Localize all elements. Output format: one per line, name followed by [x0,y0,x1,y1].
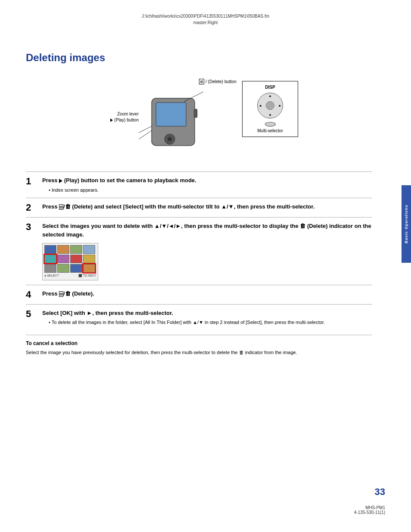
svg-rect-2 [194,109,197,118]
delete-icon-step2: ⊞ [59,204,63,210]
dpad-circle: ▲ ▼ ◄ ► [257,93,283,118]
camera-diagram: ⊞ / (Delete) button [91,77,307,159]
grid-footer: ● SELECT ⬛ TO NEXT [44,274,96,278]
delete-icon-step4: ⊞ [59,291,63,297]
step-3-main-text: Select the images you want to delete wit… [42,223,371,238]
file-path-header: J:\ichihashi\works\cx20300\PDF\413553011… [0,0,411,26]
step-4-content: Press ⊞/🗑 (Delete). [42,289,372,298]
disp-label: DISP [265,85,275,90]
dpad-right-arrow: ► [278,104,282,108]
grid-cell-1-2 [57,245,69,254]
step-5-main-text: Select [OK] with ►, then press the multi… [42,310,173,316]
trash-icon-step3: 🗑 [300,223,305,229]
grid-cell-2-1 [44,255,56,263]
step-3-row: 3 Select the images you want to delete w… [26,217,372,285]
trash-icon-cancel: 🗑 [239,350,244,355]
grid-cell-2-4 [83,255,95,263]
next-label: ⬛ TO NEXT [78,274,96,278]
footer: MHS-PM1 4-135-530-11(1) [354,505,385,515]
step-2-content: Press ⊞/🗑 (Delete) and select [Select] w… [42,202,372,211]
model-text: MHS-PM1 [354,505,385,510]
grid-cell-3-2 [57,264,69,273]
grid-cell-3-4 [83,264,95,273]
step-5-row: 5 Select [OK] with ►, then press the mul… [26,304,372,330]
step-1-main-text: Press (Play) button to set the camera to… [42,177,196,184]
svg-rect-1 [156,103,186,126]
step-2-number: 2 [26,202,39,213]
diagram-area: ⊞ / (Delete) button [26,77,372,163]
step-3-number: 3 [26,222,39,232]
page-title: Deleting images [26,52,372,64]
step-4-number: 4 [26,289,39,300]
part-number-text: 4-135-530-11(1) [354,510,385,515]
grid-cell-3-1 [44,264,56,273]
page-container: Basic Operations J:\ichihashi\works\cx20… [0,0,411,532]
grid-cell-3-3 [70,264,82,273]
page-number: 33 [375,486,385,498]
delete-button-text: / (Delete) button [206,79,237,84]
grid-row-2 [44,255,96,263]
grid-cell-1-4 [83,245,95,254]
step-4-main-text: Press ⊞/🗑 (Delete). [42,290,94,297]
step-1-row: 1 Press (Play) button to set the camera … [26,171,372,198]
steps-container: 1 Press (Play) button to set the camera … [26,171,372,361]
camera-svg [134,85,221,154]
zoom-lever-label: Zoom lever (Play) button [91,111,139,123]
svg-point-4 [168,137,172,141]
side-tab-label: Basic Operations [404,205,408,243]
play-arrow-icon [110,118,113,122]
delete-button-label: ⊞ / (Delete) button [199,79,237,84]
grid-cell-1-1 [44,245,56,254]
step-5-number: 5 [26,309,39,319]
side-tab: Basic Operations [402,185,411,263]
step-3-content: Select the images you want to delete wit… [42,222,372,280]
cancel-section: To cancel a selection Select the image y… [26,335,372,362]
step-2-row: 2 Press ⊞/🗑 (Delete) and select [Select]… [26,198,372,217]
dpad-up-arrow: ▲ [268,94,272,98]
filepath-text: J:\ichihashi\works\cx20300\PDF\413553011… [142,14,269,19]
step-5-bullet: To delete all the images in the folder, … [42,319,372,326]
play-icon-step1 [59,179,62,183]
grid-row-3 [44,264,96,273]
grid-row-1 [44,245,96,254]
multi-selector-label: Multi-selector [257,128,283,133]
cancel-text: Select the image you have previously sel… [26,349,372,357]
dpad-down-arrow: ▼ [268,113,272,117]
step-1-bullet: Index screen appears. [42,187,372,194]
cancel-title: To cancel a selection [26,340,372,346]
step-4-row: 4 Press ⊞/🗑 (Delete). [26,285,372,304]
image-grid: ● SELECT ⬛ TO NEXT [42,243,98,280]
dpad-center [266,101,274,110]
grid-cell-2-2 [57,255,69,263]
step-1-number: 1 [26,176,39,187]
dpad-container: ▲ ▼ ◄ ► [257,93,283,118]
dpad-left-arrow: ◄ [258,104,262,108]
grid-cell-2-3 [70,255,82,263]
step-1-content: Press (Play) button to set the camera to… [42,176,372,193]
control-panel: DISP ▲ ▼ ◄ ► Multi-selector [242,81,298,137]
multi-selector-circle [265,122,276,127]
select-label: ● SELECT [44,274,59,278]
step-5-content: Select [OK] with ►, then press the multi… [42,309,372,326]
master-text: master:Right [193,20,218,25]
main-content: Deleting images ⊞ / (Delete) button [26,52,385,361]
step-2-main-text: Press ⊞/🗑 (Delete) and select [Select] w… [42,203,315,210]
delete-icon: ⊞ [199,79,204,84]
trash-icon-step2: 🗑 [65,203,71,210]
trash-icon-step4: 🗑 [65,290,71,297]
grid-cell-1-3 [70,245,82,254]
